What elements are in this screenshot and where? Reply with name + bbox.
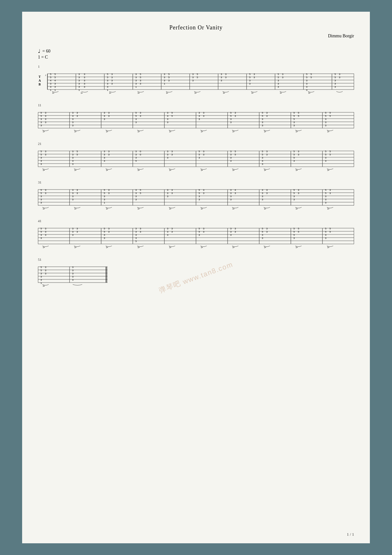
svg-text:3: 3 xyxy=(45,266,46,269)
svg-text:5: 5 xyxy=(104,189,105,191)
svg-text:3: 3 xyxy=(203,111,205,114)
svg-text:3: 3 xyxy=(325,121,327,124)
svg-text:1•: 1• xyxy=(74,169,77,171)
svg-text:5: 5 xyxy=(293,118,295,121)
svg-text:3: 3 xyxy=(108,192,110,195)
svg-text:5: 5 xyxy=(325,189,327,191)
svg-text:3: 3 xyxy=(230,192,232,195)
svg-text:3: 3 xyxy=(325,195,327,198)
svg-text:3: 3 xyxy=(262,192,263,195)
svg-text:3: 3 xyxy=(167,115,168,117)
svg-text:0: 0 xyxy=(140,150,141,153)
svg-text:3: 3 xyxy=(298,150,299,153)
svg-text:5: 5 xyxy=(230,115,232,117)
svg-text:3: 3 xyxy=(199,234,200,236)
svg-text:5: 5 xyxy=(40,111,42,114)
svg-text:5: 5 xyxy=(135,159,137,162)
svg-text:3: 3 xyxy=(278,82,279,85)
svg-text:3: 3 xyxy=(78,82,80,85)
svg-text:3: 3 xyxy=(171,227,173,230)
svg-text:1•: 1• xyxy=(169,208,171,210)
svg-text:3: 3 xyxy=(167,230,168,233)
svg-text:5: 5 xyxy=(329,150,331,153)
svg-text:3: 3 xyxy=(329,189,331,191)
svg-text:3: 3 xyxy=(104,234,105,236)
svg-text:0: 0 xyxy=(140,153,141,156)
svg-text:3: 3 xyxy=(334,79,336,82)
svg-text:1•: 1• xyxy=(169,169,171,171)
svg-text:1: 1 xyxy=(135,85,137,88)
svg-text:3: 3 xyxy=(199,118,200,121)
svg-text:1•: 1• xyxy=(169,130,171,133)
svg-text:3: 3 xyxy=(254,73,255,76)
svg-text:3: 3 xyxy=(140,230,141,233)
svg-text:3: 3 xyxy=(45,121,46,124)
svg-text:3: 3 xyxy=(104,156,105,159)
svg-text:5: 5 xyxy=(325,230,327,233)
svg-text:3: 3 xyxy=(266,111,268,114)
svg-text:1•: 1• xyxy=(232,208,235,210)
svg-text:5: 5 xyxy=(293,234,295,236)
measure-number-51: 51 xyxy=(38,258,354,261)
svg-text:5: 5 xyxy=(199,150,200,153)
svg-text:3: 3 xyxy=(266,150,268,153)
svg-text:3: 3 xyxy=(225,73,227,76)
measure-number-1: 1 xyxy=(38,65,354,68)
svg-text:3: 3 xyxy=(72,150,74,153)
svg-text:1•: 1• xyxy=(166,92,168,94)
svg-text:3: 3 xyxy=(266,230,268,233)
svg-text:5: 5 xyxy=(140,192,141,195)
svg-text:3: 3 xyxy=(192,76,194,79)
svg-text:3: 3 xyxy=(167,118,168,121)
svg-text:3: 3 xyxy=(203,150,205,153)
svg-text:1•: 1• xyxy=(201,208,203,210)
svg-text:3: 3 xyxy=(135,150,137,153)
svg-text:3: 3 xyxy=(230,195,232,198)
svg-text:3: 3 xyxy=(221,73,222,76)
svg-text:1•: 1• xyxy=(251,92,254,94)
svg-text:3: 3 xyxy=(230,189,232,191)
svg-text:3: 3 xyxy=(262,198,263,201)
svg-text:3: 3 xyxy=(203,227,205,230)
svg-text:3: 3 xyxy=(262,237,263,240)
svg-text:5: 5 xyxy=(140,189,141,191)
staff-section-2: 11 5 5 xyxy=(38,103,354,133)
svg-text:3: 3 xyxy=(140,111,141,114)
svg-text:3: 3 xyxy=(262,156,263,159)
svg-text:1•: 1• xyxy=(52,92,54,94)
svg-text:3: 3 xyxy=(199,195,200,198)
svg-text:3: 3 xyxy=(135,76,137,79)
svg-text:3: 3 xyxy=(203,192,205,195)
svg-text:1: 1 xyxy=(78,89,80,91)
svg-text:3: 3 xyxy=(135,192,137,195)
svg-text:3: 3 xyxy=(230,198,232,201)
svg-text:1•: 1• xyxy=(43,169,45,171)
svg-text:3: 3 xyxy=(72,153,74,156)
svg-text:3: 3 xyxy=(40,198,42,201)
svg-text:1: 1 xyxy=(164,82,165,85)
svg-text:5: 5 xyxy=(293,153,295,156)
svg-text:3: 3 xyxy=(278,79,279,82)
svg-text:3: 3 xyxy=(77,227,78,230)
svg-text:1•: 1• xyxy=(327,208,329,210)
svg-text:5: 5 xyxy=(262,153,263,156)
svg-text:3: 3 xyxy=(135,227,137,230)
svg-text:3: 3 xyxy=(325,237,327,240)
svg-text:3: 3 xyxy=(293,198,295,201)
svg-text:5: 5 xyxy=(171,111,173,114)
svg-text:3: 3 xyxy=(262,195,263,198)
svg-text:5: 5 xyxy=(310,76,312,79)
svg-text:1•: 1• xyxy=(43,130,45,133)
svg-text:5: 5 xyxy=(262,111,263,114)
staff-6: 5 5 3 3 3 1 3 3 3 3 3 3 3 3 1• xyxy=(38,262,107,287)
svg-text:3: 3 xyxy=(171,192,173,195)
svg-text:3: 3 xyxy=(167,195,168,198)
svg-text:3: 3 xyxy=(107,82,108,85)
svg-text:3: 3 xyxy=(108,230,110,233)
svg-text:3: 3 xyxy=(50,82,52,85)
svg-text:5: 5 xyxy=(40,192,42,195)
svg-text:5: 5 xyxy=(54,73,56,76)
svg-text:5: 5 xyxy=(40,227,42,230)
svg-text:3: 3 xyxy=(235,227,236,230)
svg-text:3: 3 xyxy=(45,189,46,191)
